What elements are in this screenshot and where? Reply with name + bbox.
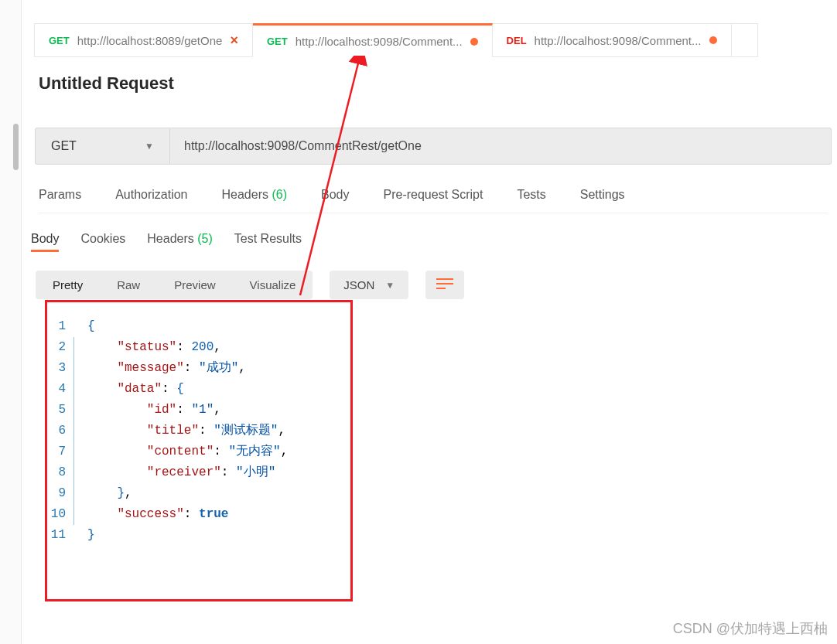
code: "content": "无内容", [87, 441, 288, 462]
view-visualize[interactable]: Visualize [233, 271, 313, 299]
view-raw[interactable]: Raw [100, 271, 157, 299]
tab-prerequest[interactable]: Pre-request Script [383, 188, 483, 202]
method-badge: GET [49, 35, 70, 46]
code: } [87, 525, 95, 546]
watermark: CSDN @伏加特遇上西柚 [673, 619, 828, 638]
request-tab[interactable]: GET http://localhost:8089/getOne × [34, 23, 253, 57]
code: "status": 200, [87, 337, 221, 358]
drag-handle[interactable] [13, 124, 19, 170]
resp-tab-cookies[interactable]: Cookies [80, 228, 125, 252]
view-pretty[interactable]: Pretty [36, 271, 100, 299]
url-value: http://localhost:9098/CommentRest/getOne [184, 139, 422, 153]
method-select-value: GET [51, 139, 77, 153]
line-number: 9 [47, 483, 73, 504]
code: "receiver": "小明" [87, 462, 275, 483]
svg-line-0 [300, 60, 359, 295]
code: "title": "测试标题", [87, 421, 285, 441]
code: }, [87, 483, 132, 504]
tab-tests[interactable]: Tests [517, 188, 545, 202]
view-preview[interactable]: Preview [157, 271, 232, 299]
line-number: 3 [47, 358, 73, 379]
tab-url: http://localhost:8089/getOne [77, 34, 223, 47]
method-badge: GET [267, 36, 288, 47]
chevron-down-icon: ▼ [385, 280, 395, 291]
tab-bar: GET http://localhost:8089/getOne × GET h… [34, 23, 758, 57]
response-body-editor[interactable]: 1{ 2 "status": 200, 3 "message": "成功", 4… [45, 300, 353, 601]
tab-body[interactable]: Body [321, 188, 349, 202]
line-number: 10 [47, 504, 73, 525]
annotation-arrow [294, 56, 387, 303]
line-number: 2 [47, 337, 73, 358]
open-tab-stub[interactable] [732, 23, 758, 57]
code: "success": true [87, 504, 228, 525]
tab-headers[interactable]: Headers (6) [222, 188, 288, 202]
request-tab[interactable]: DEL http://localhost:9098/Comment... [493, 23, 732, 57]
tab-authorization[interactable]: Authorization [115, 188, 187, 202]
format-select[interactable]: JSON ▼ [330, 271, 408, 299]
wrap-icon [436, 277, 453, 291]
chevron-down-icon: ▼ [145, 141, 154, 152]
format-value: JSON [343, 278, 374, 291]
resp-headers-count: (5) [197, 228, 213, 249]
url-bar: GET ▼ http://localhost:9098/CommentRest/… [35, 128, 832, 165]
line-number: 6 [47, 421, 73, 441]
code: { [87, 316, 95, 337]
line-number: 8 [47, 462, 73, 483]
code: "data": { [87, 379, 184, 400]
tab-settings[interactable]: Settings [580, 188, 625, 202]
line-number: 11 [47, 525, 73, 546]
view-mode-segment: Pretty Raw Preview Visualize [36, 271, 313, 299]
tab-params[interactable]: Params [39, 188, 81, 202]
left-gutter [0, 0, 22, 644]
dirty-dot-icon [709, 36, 717, 44]
line-number: 7 [47, 441, 73, 462]
dirty-dot-icon [470, 38, 478, 46]
tab-url: http://localhost:9098/Comment... [535, 34, 702, 47]
method-badge: DEL [507, 35, 527, 46]
request-section-tabs: Params Authorization Headers (6) Body Pr… [39, 188, 828, 213]
line-number: 5 [47, 400, 73, 421]
request-tab-active[interactable]: GET http://localhost:9098/Comment... [253, 23, 493, 57]
method-select[interactable]: GET ▼ [35, 128, 170, 165]
code: "id": "1", [87, 400, 221, 421]
line-number: 1 [47, 316, 73, 337]
line-number: 4 [47, 379, 73, 400]
tab-url: http://localhost:9098/Comment... [296, 35, 463, 48]
resp-tab-body[interactable]: Body [31, 228, 59, 252]
close-icon[interactable]: × [230, 32, 238, 49]
response-section-tabs: Body Cookies Headers (5) Test Results [31, 228, 302, 260]
url-input[interactable]: http://localhost:9098/CommentRest/getOne [170, 128, 832, 165]
wrap-lines-button[interactable] [425, 271, 464, 299]
body-view-controls: Pretty Raw Preview Visualize JSON ▼ [36, 271, 464, 299]
resp-tab-tests[interactable]: Test Results [234, 228, 302, 252]
headers-count: (6) [272, 188, 287, 201]
code: "message": "成功", [87, 358, 246, 379]
resp-tab-headers[interactable]: Headers (5) [147, 228, 213, 252]
request-title: Untitled Request [39, 73, 174, 94]
